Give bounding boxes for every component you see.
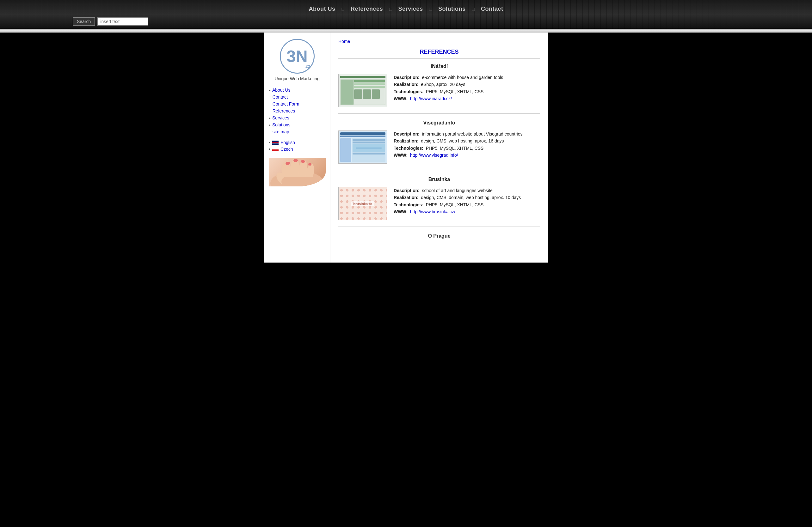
reference-thumb-inaradi bbox=[338, 74, 387, 107]
tech-text-visegrad: PHP5, MySQL, XHTML, CSS bbox=[426, 146, 484, 151]
real-text-visegrad: design, CMS, web hosting, aprox. 16 days bbox=[421, 138, 504, 144]
nav-services[interactable]: Services bbox=[398, 6, 423, 12]
hand-decoration bbox=[269, 158, 326, 186]
www-label-inaradi: WWW: bbox=[394, 96, 408, 101]
reference-title-inaradi: iNářadí bbox=[338, 63, 540, 69]
reference-desc-inaradi: Description: e-commerce with house and g… bbox=[394, 74, 540, 102]
tech-text-inaradi: PHP5, MySQL, XHTML, CSS bbox=[426, 89, 484, 94]
www-link-brusinka[interactable]: http://www.brusinka.cz/ bbox=[410, 209, 455, 214]
breadcrumb-home[interactable]: Home bbox=[338, 39, 350, 44]
nav-sep-3: □ bbox=[430, 6, 432, 12]
tech-text-brusinka: PHP5, MySQL, XHTML, CSS bbox=[426, 202, 484, 207]
tech-label-visegrad: Technologies: bbox=[394, 146, 423, 151]
www-label-brusinka: WWW: bbox=[394, 209, 408, 214]
sidebar-link-contact[interactable]: Contact bbox=[273, 94, 288, 100]
search-bar: Search bbox=[0, 15, 812, 29]
reference-title-visegrad: Visegrad.info bbox=[338, 120, 540, 126]
reference-item-brusinka: Brusinka brusinka·cz Description: school… bbox=[338, 177, 540, 227]
sidebar: 3N .cz Unique Web Marketing About Us Con… bbox=[264, 32, 330, 262]
nav-sep-2: □ bbox=[389, 6, 392, 12]
real-label-inaradi: Realization: bbox=[394, 82, 419, 87]
real-label-visegrad: Realization: bbox=[394, 138, 419, 144]
language-section: English Czech bbox=[269, 140, 325, 152]
sidebar-link-about-us[interactable]: About Us bbox=[272, 88, 291, 93]
page-title: REFERENCES bbox=[338, 49, 540, 59]
www-link-visegrad[interactable]: http://www.visegrad.info/ bbox=[410, 153, 458, 158]
desc-text-brusinka: school of art and languages website bbox=[422, 188, 492, 193]
tech-label-inaradi: Technologies: bbox=[394, 89, 423, 94]
sidebar-item-references[interactable]: References bbox=[269, 108, 325, 114]
reference-thumb-brusinka: brusinka·cz bbox=[338, 187, 387, 220]
tagline: Unique Web Marketing bbox=[269, 76, 325, 81]
logo-area: 3N .cz Unique Web Marketing bbox=[269, 39, 325, 81]
reference-title-brusinka: Brusinka bbox=[338, 177, 540, 182]
sidebar-link-solutions[interactable]: Solutions bbox=[272, 122, 291, 127]
main-wrapper: 3N .cz Unique Web Marketing About Us Con… bbox=[264, 32, 548, 262]
lang-czech[interactable]: Czech bbox=[269, 147, 325, 152]
reference-body-visegrad: Description: information portal website … bbox=[338, 131, 540, 164]
svg-rect-10 bbox=[281, 177, 316, 186]
nav-about-us[interactable]: About Us bbox=[309, 6, 335, 12]
main-nav: About Us □ References □ Services □ Solut… bbox=[0, 0, 812, 15]
reference-body-inaradi: Description: e-commerce with house and g… bbox=[338, 74, 540, 107]
main-content: Home REFERENCES iNářadí bbox=[330, 32, 548, 262]
sidebar-item-sitemap[interactable]: site map bbox=[269, 129, 325, 134]
top-bar: About Us □ References □ Services □ Solut… bbox=[0, 0, 812, 29]
brusinka-label: brusinka·cz bbox=[351, 201, 374, 206]
reference-desc-brusinka: Description: school of art and languages… bbox=[394, 187, 540, 215]
nav-contact[interactable]: Contact bbox=[481, 6, 503, 12]
sidebar-link-services[interactable]: Services bbox=[272, 115, 289, 120]
nav-sep-4: □ bbox=[472, 6, 475, 12]
real-text-brusinka: design, CMS, domain, web hosting, aprox.… bbox=[421, 195, 521, 200]
nav-references[interactable]: References bbox=[351, 6, 383, 12]
www-label-visegrad: WWW: bbox=[394, 153, 408, 158]
flag-czech-icon bbox=[272, 147, 279, 151]
sidebar-link-references[interactable]: References bbox=[273, 108, 295, 114]
sidebar-item-contact-form[interactable]: Contact Form bbox=[269, 102, 325, 106]
sidebar-item-solutions[interactable]: Solutions bbox=[269, 122, 325, 127]
reference-body-brusinka: brusinka·cz Description: school of art a… bbox=[338, 187, 540, 220]
search-input[interactable] bbox=[97, 17, 148, 26]
sidebar-link-sitemap[interactable]: site map bbox=[273, 129, 289, 134]
desc-label-visegrad: Description: bbox=[394, 132, 420, 136]
tech-label-brusinka: Technologies: bbox=[394, 202, 423, 207]
desc-label-inaradi: Description: bbox=[394, 75, 420, 80]
sidebar-item-about-us[interactable]: About Us bbox=[269, 88, 325, 93]
www-link-inaradi[interactable]: http://www.inaradi.cz/ bbox=[410, 96, 452, 101]
reference-item-oprague: O Prague bbox=[338, 233, 540, 250]
desc-text-inaradi: e-commerce with house and garden tools bbox=[422, 75, 503, 80]
silver-divider bbox=[0, 29, 812, 32]
lang-czech-link[interactable]: Czech bbox=[280, 147, 293, 152]
reference-desc-visegrad: Description: information portal website … bbox=[394, 131, 540, 159]
reference-item-inaradi: iNářadí bbox=[338, 63, 540, 114]
references-section: iNářadí bbox=[338, 63, 540, 250]
logo-circle: 3N .cz bbox=[280, 39, 315, 74]
reference-title-oprague: O Prague bbox=[338, 233, 540, 239]
nav-sep-1: □ bbox=[342, 6, 344, 12]
real-text-inaradi: eShop, aprox. 20 days bbox=[421, 82, 465, 87]
logo-cz: .cz bbox=[305, 64, 310, 69]
nav-solutions[interactable]: Solutions bbox=[438, 6, 466, 12]
search-button[interactable]: Search bbox=[73, 17, 95, 26]
desc-label-brusinka: Description: bbox=[394, 188, 420, 193]
real-label-brusinka: Realization: bbox=[394, 195, 419, 200]
desc-text-visegrad: information portal website about Visegra… bbox=[422, 132, 522, 136]
reference-thumb-visegrad bbox=[338, 131, 387, 164]
sidebar-nav: About Us Contact Contact Form References… bbox=[269, 88, 325, 134]
breadcrumb: Home bbox=[338, 39, 540, 44]
sidebar-link-contact-form[interactable]: Contact Form bbox=[273, 102, 300, 106]
lang-english-link[interactable]: English bbox=[280, 140, 295, 145]
lang-english[interactable]: English bbox=[269, 140, 325, 145]
logo-3n: 3N bbox=[287, 48, 307, 64]
reference-item-visegrad: Visegrad.info bbox=[338, 120, 540, 170]
sidebar-item-contact[interactable]: Contact bbox=[269, 94, 325, 100]
flag-english-icon bbox=[272, 140, 279, 145]
sidebar-item-services[interactable]: Services bbox=[269, 115, 325, 120]
